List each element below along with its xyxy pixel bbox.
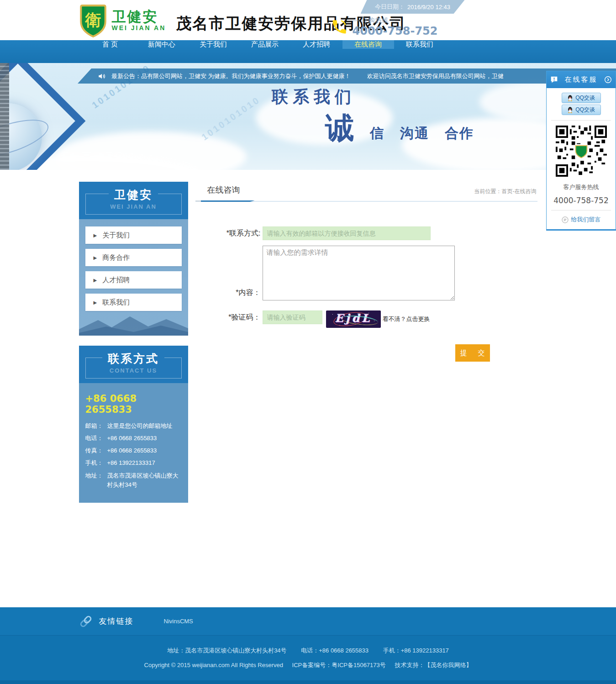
top-header: 衛 卫健安 WEI JIAN AN 茂名市卫健安劳保用品有限公司 今日日期： 2… xyxy=(0,0,616,40)
qq-penguin-icon xyxy=(567,107,573,113)
friend-link-nivinscms[interactable]: NivinsCMS xyxy=(164,618,193,625)
captcha-refresh-link[interactable]: 看不清？点击更换 xyxy=(383,315,430,323)
sidebar-brand-title: 卫健安 xyxy=(109,187,158,202)
announcement-bar: 最新公告：品有限公司网站，卫健安 为健康。我们为健康事业努力奋斗，保护国人更健康… xyxy=(78,68,616,84)
sidebar: 卫健安 WEI JIAN AN ▶关于我们 ▶商务合作 ▶人才招聘 ▶联系我们 xyxy=(79,182,188,503)
captcha-image[interactable]: EjdL xyxy=(326,310,381,328)
announcement-text: 最新公告：品有限公司网站，卫健安 为健康。我们为健康事业努力奋斗，保护国人更健康… xyxy=(111,72,351,80)
main-content: 卫健安 WEI JIAN AN ▶关于我们 ▶商务合作 ▶人才招聘 ▶联系我们 xyxy=(0,170,616,607)
content-textarea[interactable] xyxy=(263,246,455,300)
footer: 地址：茂名市茂港区坡心镇山寮大村头村34号 电话：+86 0668 265583… xyxy=(0,636,616,684)
content-column: 在线咨询 当前位置：首页-在线咨询 *联系方式: *内容： *验 xyxy=(201,182,537,362)
footer-copyright: Copyright © 2015 weijianan.com All Right… xyxy=(144,662,283,668)
qr-code-image xyxy=(556,126,607,177)
nav-item-contact[interactable]: 联系我们 xyxy=(394,40,446,49)
triangle-icon: ▶ xyxy=(94,300,97,305)
nav-item-news[interactable]: 新闻中心 xyxy=(136,40,188,49)
date-label: 今日日期： xyxy=(375,3,405,11)
online-service-panel: 在线客服 QQ交谈 xyxy=(546,71,616,231)
svg-text:衛: 衛 xyxy=(84,11,101,29)
footer-phone: 电话：+86 0668 2655833 xyxy=(301,647,369,654)
nav-item-home[interactable]: 首 页 xyxy=(84,40,136,49)
contact-row-fax: 传真：+86 0668 2655833 xyxy=(85,446,182,455)
service-panel-header: 在线客服 xyxy=(547,71,616,88)
friend-links-bar: 友情链接 NivinsCMS xyxy=(0,607,616,636)
sidebar-item-business[interactable]: ▶商务合作 xyxy=(85,249,182,266)
contact-method-label: *联系方式: xyxy=(201,226,263,240)
contact-row-address: 地址：茂名市茂港区坡心镇山寮大村头村34号 xyxy=(85,471,182,489)
triangle-icon: ▶ xyxy=(94,255,97,260)
hotline-number: 4000-758-752 xyxy=(353,25,438,37)
sidebar-brand-subtitle: WEI JIAN AN xyxy=(79,203,188,210)
page: 衛 卫健安 WEI JIAN AN 茂名市卫健安劳保用品有限公司 今日日期： 2… xyxy=(0,0,616,684)
date-value: 2016/9/20 12:43 xyxy=(407,4,450,11)
nav-item-products[interactable]: 产品展示 xyxy=(239,40,291,49)
mountain-decor xyxy=(79,309,188,336)
service-hotline-label: 客户服务热线 xyxy=(550,183,612,191)
consult-form: *联系方式: *内容： *验证码： EjdL 看不清？点击更换 提 交 xyxy=(201,202,537,362)
banner: 1010101010 1010101010 最新公告：品有限公司网站，卫健安 为… xyxy=(0,63,616,170)
captcha-input[interactable] xyxy=(263,310,322,324)
footer-mobile: 手机：+86 13922133317 xyxy=(383,647,449,654)
building-decor xyxy=(0,63,9,170)
contact-row-mobile: 手机：+86 13922133317 xyxy=(85,458,182,468)
nav-item-jobs[interactable]: 人才招聘 xyxy=(291,40,342,49)
content-label: *内容： xyxy=(201,286,263,300)
logo-shield-icon: 衛 xyxy=(79,4,107,37)
chat-bubble-icon xyxy=(550,76,558,84)
nav-item-consult-active[interactable]: 在线咨询 xyxy=(342,40,394,49)
date-ribbon: 今日日期： 2016/9/20 12:43 xyxy=(361,0,465,14)
triangle-icon: ▶ xyxy=(94,233,97,238)
announcement-text-2: 欢迎访问茂名市卫健安劳保用品有限公司网站，卫健 xyxy=(367,72,504,80)
banner-title: 联系我们 xyxy=(272,86,356,108)
qq-chat-button[interactable]: QQ交谈 xyxy=(562,105,601,115)
banner-slogan: 诚 信 沟通 合作 xyxy=(325,112,474,143)
service-hotline-number: 4000-758-752 xyxy=(550,196,612,205)
qq-penguin-icon xyxy=(567,95,573,101)
contact-title: 联系方式 xyxy=(102,351,164,366)
nav-item-about[interactable]: 关于我们 xyxy=(188,40,239,49)
chevron-right-circle-icon[interactable] xyxy=(604,76,612,84)
main-nav: 首 页 新闻中心 关于我们 产品展示 人才招聘 在线咨询 联系我们 xyxy=(0,40,616,63)
sidebar-item-jobs[interactable]: ▶人才招聘 xyxy=(85,271,182,289)
sidebar-contact-box: 联系方式 CONTACT US +86 0668 2655833 邮箱：这里是您… xyxy=(79,346,188,503)
contact-subtitle: CONTACT US xyxy=(79,367,188,374)
qq-chat-button[interactable]: QQ交谈 xyxy=(562,93,601,103)
sidebar-item-contact[interactable]: ▶联系我们 xyxy=(85,294,182,311)
page-title: 在线咨询 xyxy=(207,184,240,195)
qr-center-logo xyxy=(575,144,587,158)
friend-links-title: 友情链接 xyxy=(99,616,134,626)
speaker-icon xyxy=(98,72,106,80)
contact-method-input[interactable] xyxy=(263,226,431,240)
contact-phone-big: +86 0668 2655833 xyxy=(85,393,182,415)
footer-address: 地址：茂名市茂港区坡心镇山寮大村头村34号 xyxy=(167,647,286,654)
contact-row-email: 邮箱：这里是您公司的邮箱地址 xyxy=(85,421,182,431)
leave-message-link[interactable]: 给我们留言 xyxy=(550,216,612,224)
sidebar-item-about[interactable]: ▶关于我们 xyxy=(85,226,182,244)
logo-subtext: WEI JIAN AN xyxy=(112,24,166,32)
captcha-label: *验证码： xyxy=(201,310,263,328)
phone-icon xyxy=(331,18,348,36)
contact-row-phone: 电话：+86 0668 2655833 xyxy=(85,434,182,443)
logo-text: 卫健安 xyxy=(112,10,166,25)
triangle-icon: ▶ xyxy=(94,278,97,283)
service-panel-title: 在线客服 xyxy=(558,75,604,84)
footer-support: 技术支持：【茂名你我网络】 xyxy=(395,662,472,668)
order-hotline: — 订购热线— 4000-758-752 xyxy=(331,16,438,37)
message-icon xyxy=(562,216,569,223)
sidebar-menu-box: 卫健安 WEI JIAN AN ▶关于我们 ▶商务合作 ▶人才招聘 ▶联系我们 xyxy=(79,182,188,336)
footer-icp: ICP备案编号：粤ICP备15067173号 xyxy=(292,662,386,668)
link-icon xyxy=(79,615,93,628)
submit-button[interactable]: 提 交 xyxy=(455,344,490,362)
breadcrumb: 当前位置：首页-在线咨询 xyxy=(474,188,537,195)
hotline-label: — 订购热线— xyxy=(353,16,438,25)
